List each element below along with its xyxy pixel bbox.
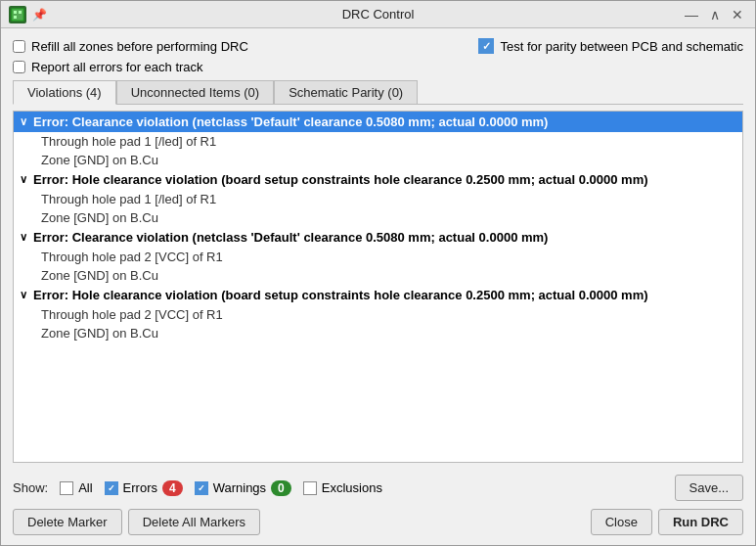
chevron-down-icon-2: ∨ [20,173,27,186]
tab-violations[interactable]: Violations (4) [13,80,116,105]
btn-group-left: Delete Marker Delete All Markers [13,509,260,535]
show-warnings-item: Warnings 0 [195,480,291,496]
close-button[interactable]: ✕ [728,8,747,22]
violation-group-2: ∨ Error: Hole clearance violation (board… [14,169,742,227]
svg-rect-2 [19,11,22,14]
violation-group-4: ∨ Error: Hole clearance violation (board… [14,285,742,342]
refill-zones-checkbox[interactable] [13,40,25,53]
errors-badge: 4 [162,480,183,496]
violation-header-3[interactable]: ∨ Error: Clearance violation (netclass '… [14,227,742,248]
minimize-button[interactable]: — [681,8,702,22]
violation-header-1[interactable]: ∨ Error: Clearance violation (netclass '… [14,112,742,132]
report-errors-label: Report all errors for each track [31,60,203,74]
chevron-down-icon-4: ∨ [20,289,27,301]
test-parity-row: Test for parity between PCB and schemati… [478,38,743,54]
refill-zones-row: Refill all zones before performing DRC [13,39,248,54]
report-errors-row: Report all errors for each track [13,60,743,74]
violation-sub-3-2[interactable]: Zone [GND] on B.Cu [14,266,742,285]
show-exclusions-item: Exclusions [303,480,382,495]
show-row: Show: All Errors 4 Warnings 0 Exc [13,475,743,501]
violation-sub-2-2[interactable]: Zone [GND] on B.Cu [14,208,742,227]
violation-header-text-1: Error: Clearance violation (netclass 'De… [33,114,548,129]
violations-list: ∨ Error: Clearance violation (netclass '… [13,111,743,463]
violation-group-3: ∨ Error: Clearance violation (netclass '… [14,227,742,285]
show-exclusions-checkbox[interactable] [303,481,317,495]
tab-unconnected[interactable]: Unconnected Items (0) [116,80,275,104]
show-all-checkbox[interactable] [60,481,73,495]
title-bar-controls: — ∧ ✕ [681,8,747,22]
violation-header-text-2: Error: Hole clearance violation (board s… [33,172,648,187]
violation-sub-1-2[interactable]: Zone [GND] on B.Cu [14,151,742,169]
violation-header-text-3: Error: Clearance violation (netclass 'De… [33,230,548,245]
title-bar-left: 📌 [9,6,47,23]
violation-sub-4-2[interactable]: Zone [GND] on B.Cu [14,324,742,342]
save-button[interactable]: Save... [675,475,743,501]
chevron-down-icon-1: ∨ [20,115,27,128]
pcb-icon [11,8,24,22]
svg-rect-3 [14,16,17,19]
report-errors-checkbox[interactable] [13,61,25,73]
maximize-button[interactable]: ∧ [706,8,724,22]
show-all-label: All [78,480,92,495]
show-exclusions-label: Exclusions [322,480,382,495]
pin-icon: 📌 [32,8,47,22]
test-parity-label: Test for parity between PCB and schemati… [500,39,743,54]
drc-control-window: 📌 DRC Control — ∧ ✕ Refill all zones bef… [0,0,756,546]
violation-group-1: ∨ Error: Clearance violation (netclass '… [14,112,742,169]
show-warnings-label: Warnings [213,480,266,495]
show-errors-checkbox[interactable] [105,481,118,495]
svg-rect-0 [12,9,23,21]
violation-sub-4-1[interactable]: Through hole pad 2 [VCC] of R1 [14,305,742,324]
tab-schematic-parity[interactable]: Schematic Parity (0) [274,80,418,104]
show-errors-item: Errors 4 [105,480,183,496]
show-label: Show: [13,480,48,495]
violation-sub-3-1[interactable]: Through hole pad 2 [VCC] of R1 [14,248,742,266]
violation-header-4[interactable]: ∨ Error: Hole clearance violation (board… [14,285,742,305]
close-button-main[interactable]: Close [591,509,652,535]
violation-sub-2-1[interactable]: Through hole pad 1 [/led] of R1 [14,190,742,208]
app-icon [9,6,26,23]
delete-marker-button[interactable]: Delete Marker [13,509,122,535]
options-row: Refill all zones before performing DRC T… [13,38,743,54]
footer: Show: All Errors 4 Warnings 0 Exc [13,469,743,535]
title-bar: 📌 DRC Control — ∧ ✕ [1,1,755,28]
violation-header-2[interactable]: ∨ Error: Hole clearance violation (board… [14,169,742,190]
content-area: Refill all zones before performing DRC T… [1,28,755,545]
window-title: DRC Control [342,7,415,22]
refill-zones-label: Refill all zones before performing DRC [31,39,248,54]
chevron-down-icon-3: ∨ [20,231,27,244]
warnings-badge: 0 [271,480,291,496]
violation-header-text-4: Error: Hole clearance violation (board s… [33,288,648,302]
test-parity-checkbox[interactable] [478,38,494,54]
btn-group-right: Close Run DRC [591,509,743,535]
bottom-btn-row: Delete Marker Delete All Markers Close R… [13,509,743,535]
violation-sub-1-1[interactable]: Through hole pad 1 [/led] of R1 [14,132,742,151]
show-warnings-checkbox[interactable] [195,481,208,495]
delete-all-markers-button[interactable]: Delete All Markers [128,509,260,535]
tabs-bar: Violations (4) Unconnected Items (0) Sch… [13,80,743,105]
show-all-item: All [60,480,92,495]
run-drc-button[interactable]: Run DRC [658,509,743,535]
svg-rect-1 [14,11,17,14]
show-errors-label: Errors [123,480,157,495]
save-area: Save... [394,475,743,501]
